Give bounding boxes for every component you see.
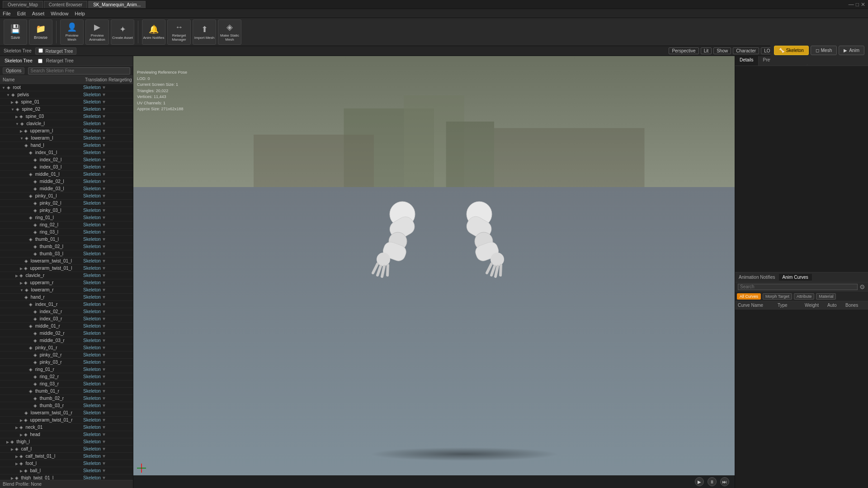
type-dropdown[interactable]: ▼ bbox=[102, 418, 106, 422]
type-dropdown[interactable]: ▼ bbox=[102, 316, 106, 321]
type-dropdown[interactable]: ▼ bbox=[102, 446, 106, 451]
preview-mesh-button[interactable]: 👤 Preview Mesh bbox=[60, 19, 84, 45]
tree-item[interactable]: ▶ ◈ thigh_twist_01_l Skeleton ▼ bbox=[0, 474, 133, 480]
minimize-icon[interactable]: — bbox=[849, 1, 854, 8]
type-dropdown[interactable]: ▼ bbox=[102, 208, 106, 213]
type-dropdown[interactable]: ▼ bbox=[102, 215, 106, 220]
expand-icon[interactable]: ▼ bbox=[6, 93, 10, 97]
type-dropdown[interactable]: ▼ bbox=[102, 128, 106, 133]
type-dropdown[interactable]: ▼ bbox=[102, 389, 106, 394]
mesh-tab-button[interactable]: ◻ Mesh bbox=[811, 46, 837, 55]
type-dropdown[interactable]: ▼ bbox=[102, 338, 106, 343]
type-dropdown[interactable]: ▼ bbox=[102, 172, 106, 177]
expand-icon[interactable]: ▼ bbox=[20, 288, 24, 292]
expand-icon[interactable]: ▼ bbox=[15, 122, 19, 126]
tree-item[interactable]: ◈ middle_03_l Skeleton ▼ bbox=[0, 185, 133, 192]
tree-item[interactable]: ◈ ring_02_l Skeleton ▼ bbox=[0, 221, 133, 229]
expand-icon[interactable]: ▼ bbox=[20, 136, 24, 141]
tab-content-browser[interactable]: Content Browser bbox=[44, 1, 87, 8]
type-dropdown[interactable]: ▼ bbox=[102, 403, 106, 408]
type-dropdown[interactable]: ▼ bbox=[102, 92, 106, 97]
tree-item[interactable]: ◈ hand_r Skeleton ▼ bbox=[0, 294, 133, 301]
type-dropdown[interactable]: ▼ bbox=[102, 432, 106, 437]
viewport-character-btn[interactable]: Character bbox=[733, 47, 759, 54]
filter-all-curves[interactable]: All Curves bbox=[737, 293, 761, 300]
search-skeleton-input[interactable] bbox=[28, 67, 130, 75]
tree-item[interactable]: ◈ index_02_l Skeleton ▼ bbox=[0, 156, 133, 164]
type-dropdown[interactable]: ▼ bbox=[102, 287, 106, 292]
type-dropdown[interactable]: ▼ bbox=[102, 201, 106, 206]
close-icon[interactable]: ✕ bbox=[861, 1, 865, 8]
expand-icon[interactable]: ▶ bbox=[11, 476, 14, 480]
type-dropdown[interactable]: ▼ bbox=[102, 107, 106, 112]
type-dropdown[interactable]: ▼ bbox=[102, 85, 106, 90]
type-dropdown[interactable]: ▼ bbox=[102, 360, 106, 365]
tree-item[interactable]: ▶ ◈ upperarm_twist_01_r Skeleton ▼ bbox=[0, 417, 133, 424]
tree-item[interactable]: ◈ index_03_l Skeleton ▼ bbox=[0, 164, 133, 171]
tree-item[interactable]: ▶ ◈ spine_01 Skeleton ▼ bbox=[0, 99, 133, 106]
type-dropdown[interactable]: ▼ bbox=[102, 186, 106, 191]
type-dropdown[interactable]: ▼ bbox=[102, 295, 106, 300]
type-dropdown[interactable]: ▼ bbox=[102, 244, 106, 249]
tree-item[interactable]: ◈ pinky_01_r Skeleton ▼ bbox=[0, 344, 133, 352]
tree-item[interactable]: ▶ ◈ neck_01 Skeleton ▼ bbox=[0, 424, 133, 431]
tree-item[interactable]: ◈ middle_01_l Skeleton ▼ bbox=[0, 171, 133, 178]
tree-item[interactable]: ▼ ◈ clavicle_l Skeleton ▼ bbox=[0, 120, 133, 127]
anim-tab-button[interactable]: ▶ Anim bbox=[839, 46, 864, 55]
filter-morph-target[interactable]: Morph Target bbox=[763, 293, 792, 300]
tree-item[interactable]: ◈ middle_03_r Skeleton ▼ bbox=[0, 337, 133, 344]
type-dropdown[interactable]: ▼ bbox=[102, 150, 106, 155]
type-dropdown[interactable]: ▼ bbox=[102, 99, 106, 104]
anim-notifies-button[interactable]: 🔔 Anim Notifies bbox=[142, 19, 165, 45]
expand-icon[interactable]: ▶ bbox=[11, 100, 14, 104]
type-dropdown[interactable]: ▼ bbox=[102, 237, 106, 242]
filter-attribute[interactable]: Attribute bbox=[794, 293, 815, 300]
expand-icon[interactable]: ▶ bbox=[11, 447, 14, 451]
expand-icon[interactable]: ▶ bbox=[20, 267, 23, 271]
type-dropdown[interactable]: ▼ bbox=[102, 143, 106, 148]
import-mesh-button[interactable]: ⬆ Import Mesh bbox=[193, 19, 216, 45]
expand-icon[interactable]: ▶ bbox=[15, 115, 18, 119]
tree-item[interactable]: ◈ ring_03_l Skeleton ▼ bbox=[0, 229, 133, 236]
tree-item[interactable]: ▼ ◈ pelvis Skeleton ▼ bbox=[0, 91, 133, 99]
tree-item[interactable]: ◈ pinky_02_l Skeleton ▼ bbox=[0, 200, 133, 207]
tree-item[interactable]: ▶ ◈ foot_l Skeleton ▼ bbox=[0, 460, 133, 467]
tab-overview-map[interactable]: Overview_Map bbox=[3, 1, 43, 8]
tree-item[interactable]: ▶ ◈ upperarm_l Skeleton ▼ bbox=[0, 127, 133, 135]
type-dropdown[interactable]: ▼ bbox=[102, 374, 106, 379]
type-dropdown[interactable]: ▼ bbox=[102, 179, 106, 184]
pause-button[interactable]: ⏸ bbox=[708, 477, 717, 486]
tree-item[interactable]: ◈ index_01_l Skeleton ▼ bbox=[0, 149, 133, 156]
tree-item[interactable]: ◈ thumb_02_r Skeleton ▼ bbox=[0, 395, 133, 402]
create-asset-button[interactable]: ✦ Create Asset bbox=[111, 19, 134, 45]
preview-animation-button[interactable]: ▶ Preview Animation bbox=[85, 19, 109, 45]
tree-item[interactable]: ◈ ring_03_r Skeleton ▼ bbox=[0, 380, 133, 388]
animation-notifies-tab[interactable]: Animation Notifies bbox=[735, 274, 779, 281]
forward-button[interactable]: ⏭ bbox=[720, 477, 729, 486]
menu-edit[interactable]: Edit bbox=[17, 11, 26, 16]
tree-item[interactable]: ◈ thumb_01_l Skeleton ▼ bbox=[0, 236, 133, 243]
anim-curves-tab[interactable]: Anim Curves bbox=[779, 274, 812, 281]
tree-item[interactable]: ◈ thumb_03_r Skeleton ▼ bbox=[0, 402, 133, 409]
type-dropdown[interactable]: ▼ bbox=[102, 454, 106, 459]
expand-icon[interactable]: ▶ bbox=[20, 433, 23, 437]
skeleton-tab-button[interactable]: 🦴 Skeleton bbox=[774, 46, 809, 55]
type-dropdown[interactable]: ▼ bbox=[102, 136, 106, 141]
retarget-tree-checkbox[interactable]: Retarget Tree bbox=[35, 47, 76, 55]
tree-item[interactable]: ▶ ◈ calf_twist_01_l Skeleton ▼ bbox=[0, 453, 133, 460]
tree-item[interactable]: ◈ ring_02_r Skeleton ▼ bbox=[0, 373, 133, 380]
tree-item[interactable]: ◈ pinky_02_r Skeleton ▼ bbox=[0, 352, 133, 359]
viewport-perspective-btn[interactable]: Perspective bbox=[669, 47, 698, 54]
type-dropdown[interactable]: ▼ bbox=[102, 352, 106, 357]
menu-asset[interactable]: Asset bbox=[32, 11, 45, 16]
tree-item[interactable]: ▼ ◈ lowerarm_l Skeleton ▼ bbox=[0, 135, 133, 142]
type-dropdown[interactable]: ▼ bbox=[102, 345, 106, 350]
expand-icon[interactable]: ▼ bbox=[2, 86, 5, 90]
expand-icon[interactable]: ▶ bbox=[15, 455, 18, 459]
type-dropdown[interactable]: ▼ bbox=[102, 302, 106, 307]
type-dropdown[interactable]: ▼ bbox=[102, 410, 106, 415]
type-dropdown[interactable]: ▼ bbox=[102, 230, 106, 235]
tree-item[interactable]: ◈ hand_l Skeleton ▼ bbox=[0, 142, 133, 149]
type-dropdown[interactable]: ▼ bbox=[102, 396, 106, 401]
tree-item[interactable]: ▶ ◈ clavicle_r Skeleton ▼ bbox=[0, 272, 133, 279]
